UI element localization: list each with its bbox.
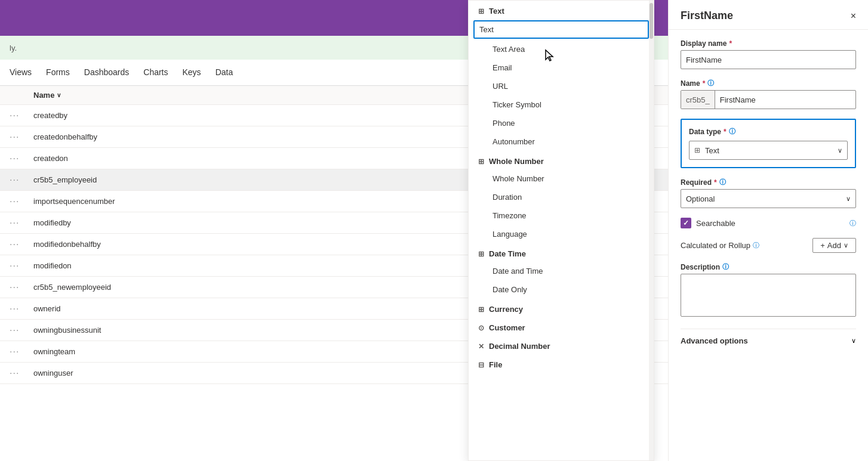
name-info-icon[interactable]: ⓘ (707, 79, 714, 88)
row-name: owningbusinessunit (33, 326, 536, 335)
decimal-section-icon: ✕ (478, 342, 484, 351)
dropdown-item-email[interactable]: Email (469, 58, 654, 77)
required-chevron: ∨ (846, 195, 851, 203)
dropdown-item-text-selected[interactable]: Text (473, 20, 649, 39)
description-textarea[interactable] (681, 274, 856, 317)
type-dropdown[interactable]: ⊞ Text Text Text Area Email URL Ticker S… (468, 0, 654, 461)
required-group: Required * ⓘ Optional ∨ (681, 178, 856, 208)
required-star: * (729, 39, 732, 48)
row-name: createdon (33, 154, 536, 163)
check-icon: ✓ (683, 219, 689, 227)
dt-select-left: ⊞ Text (694, 146, 719, 155)
required-star-name: * (703, 79, 706, 88)
name-suffix: FirstName (715, 91, 855, 109)
calc-label: Calculated or Rollup ⓘ (681, 241, 759, 250)
row-dots: ··· (10, 153, 33, 164)
dropdown-item-duration[interactable]: Duration (469, 188, 654, 206)
required-value: Optional (686, 194, 715, 203)
row-dots: ··· (10, 239, 33, 250)
row-name: owningteam (33, 347, 536, 356)
display-name-label: Display name * (681, 39, 856, 48)
tab-data[interactable]: Data (216, 60, 233, 85)
row-name: modifiedon (33, 261, 536, 270)
searchable-row: ✓ Searchable ⓘ (681, 218, 856, 228)
sub-bar-text: ly. (10, 44, 17, 52)
name-input-group: cr5b5_ FirstName (681, 90, 856, 109)
panel-title: FirstName (681, 10, 733, 22)
row-name: ownerid (33, 304, 536, 313)
dropdown-item-url[interactable]: URL (469, 77, 654, 95)
row-dots: ··· (10, 282, 33, 293)
panel-close-button[interactable]: × (851, 11, 856, 21)
name-label: Name * ⓘ (681, 79, 856, 88)
display-name-group: Display name * (681, 39, 856, 69)
req-info-icon[interactable]: ⓘ (719, 178, 726, 187)
dropdown-item-dateonly[interactable]: Date Only (469, 280, 654, 299)
advanced-chevron-icon: ∨ (851, 337, 856, 345)
description-label: Description ⓘ (681, 262, 856, 271)
row-dots: ··· (10, 218, 33, 228)
data-type-select[interactable]: ⊞ Text ∨ (689, 141, 848, 160)
calc-info-icon[interactable]: ⓘ (753, 241, 759, 250)
row-name: modifiedby (33, 218, 536, 227)
file-section-icon: ⊟ (478, 361, 484, 369)
dropdown-item-phone[interactable]: Phone (469, 114, 654, 132)
row-name: createdby (33, 111, 536, 120)
searchable-label: Searchable (696, 219, 845, 228)
dropdown-section-text: ⊞ Text (469, 1, 654, 19)
row-name: modifiedonbehalfby (33, 240, 536, 249)
dropdown-item-timezone[interactable]: Timezone (469, 206, 654, 225)
text-section-icon: ⊞ (478, 7, 484, 16)
tab-views[interactable]: Views (10, 60, 32, 85)
desc-info-icon[interactable]: ⓘ (722, 262, 729, 271)
dropdown-section-decimal: ✕ Decimal Number (469, 336, 654, 354)
tab-charts[interactable]: Charts (143, 60, 168, 85)
dropdown-item-language[interactable]: Language (469, 225, 654, 243)
dtype-info-icon[interactable]: ⓘ (729, 127, 735, 136)
dropdown-item-autonumber[interactable]: Autonumber (469, 132, 654, 151)
required-star-req: * (714, 178, 717, 187)
tab-dashboards[interactable]: Dashboards (84, 60, 130, 85)
row-dots: ··· (10, 368, 33, 379)
col-name-header[interactable]: Name ∨ (33, 91, 536, 100)
dropdown-item-textarea[interactable]: Text Area (469, 40, 654, 58)
advanced-options-row[interactable]: Advanced options ∨ (681, 329, 856, 352)
required-label: Required * ⓘ (681, 178, 856, 187)
dropdown-item-dateandtime[interactable]: Date and Time (469, 262, 654, 280)
dropdown-item-ticker[interactable]: Ticker Symbol (469, 95, 654, 114)
add-button[interactable]: + Add ∨ (812, 238, 856, 253)
right-panel: FirstName × Display name * Name * ⓘ cr5b… (668, 0, 868, 461)
currency-section-icon: ⊞ (478, 305, 484, 314)
row-dots: ··· (10, 346, 33, 357)
row-name: createdonbehalfby (33, 132, 536, 141)
name-group: Name * ⓘ cr5b5_ FirstName (681, 79, 856, 109)
required-select[interactable]: Optional ∨ (681, 189, 856, 208)
row-dots: ··· (10, 325, 33, 336)
tab-forms[interactable]: Forms (46, 60, 70, 85)
dropdown-item-wholenumber[interactable]: Whole Number (469, 169, 654, 188)
searchable-info-icon[interactable]: ⓘ (849, 219, 856, 228)
row-name: cr5b5_employeeid (33, 175, 536, 184)
dropdown-section-customer: ⊙ Customer (469, 317, 654, 336)
row-dots: ··· (10, 110, 33, 121)
data-type-section: Data type * ⓘ ⊞ Text ∨ (681, 119, 856, 168)
row-dots: ··· (10, 175, 33, 185)
dropdown-section-file: ⊟ File (469, 354, 654, 373)
row-name: importsequencenumber (33, 197, 536, 206)
calc-rollup-row: Calculated or Rollup ⓘ + Add ∨ (681, 238, 856, 253)
tab-keys[interactable]: Keys (183, 60, 201, 85)
name-prefix: cr5b5_ (681, 91, 715, 109)
row-name: cr5b5_newemployeeid (33, 283, 536, 292)
dropdown-section-wholenumber: ⊞ Whole Number (469, 151, 654, 169)
searchable-checkbox[interactable]: ✓ (681, 218, 691, 228)
row-name: owninguser (33, 369, 536, 378)
advanced-label: Advanced options (681, 336, 748, 345)
plus-icon: + (820, 241, 825, 250)
add-label: Add (827, 241, 841, 250)
customer-section-icon: ⊙ (478, 324, 484, 332)
add-chevron: ∨ (844, 242, 848, 249)
description-group: Description ⓘ (681, 262, 856, 319)
row-dots: ··· (10, 261, 33, 271)
required-star-dtype: * (724, 128, 727, 136)
display-name-input[interactable] (681, 50, 856, 69)
